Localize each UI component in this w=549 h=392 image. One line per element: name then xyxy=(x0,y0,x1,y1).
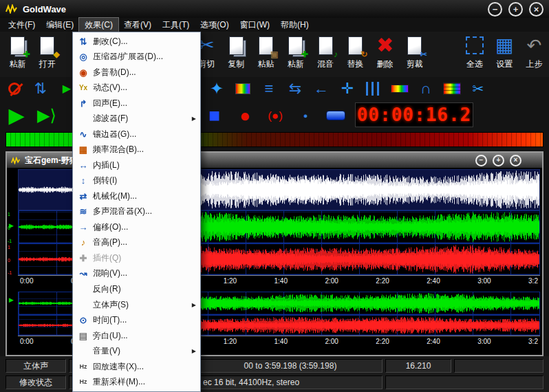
icon-badge: ♪ xyxy=(334,50,338,58)
menubar-item[interactable]: 文件(F) xyxy=(3,18,41,32)
menu-item[interactable]: ▦ 频率混合(B)... xyxy=(74,142,199,158)
toolbar-button-label: 剪裁 xyxy=(407,58,423,70)
toolbar-icon-button[interactable]: ≡ xyxy=(259,78,279,99)
titlebar[interactable]: GoldWave − + × xyxy=(0,0,549,18)
document-icon xyxy=(11,157,21,164)
menu-item[interactable]: Hz 重新采样(M)... xyxy=(74,374,199,390)
menu-item-label: 多普勒(D)... xyxy=(93,67,136,78)
maximize-button[interactable]: + xyxy=(508,2,523,17)
toolbar-button[interactable]: ✂ 剪裁 xyxy=(400,34,429,75)
toolbar-icon-button[interactable] xyxy=(442,78,462,99)
menu-item[interactable]: ⊙ 时间(T)... xyxy=(74,312,199,328)
menu-item[interactable]: 滤波器(F) ▶ xyxy=(74,111,199,127)
transport-button[interactable]: ● xyxy=(233,103,257,128)
menu-item[interactable]: ♪ 音高(P)... xyxy=(74,235,199,251)
toolbar-icon-button[interactable]: ∩ xyxy=(416,78,436,99)
menubar-item[interactable]: 工具(T) xyxy=(157,18,195,32)
close-button[interactable]: × xyxy=(529,2,543,17)
toolbar-icon-button[interactable]: ⇅ xyxy=(30,78,51,99)
menu-item[interactable]: 反向(R) xyxy=(74,281,199,297)
menubar-item[interactable]: 窗口(W) xyxy=(235,18,275,32)
toolbar-button[interactable]: ◆ 打开 xyxy=(32,34,62,75)
icon-shape xyxy=(8,83,21,95)
toolbar-button-icon: ✖ xyxy=(373,34,396,57)
menu-item-label: 动态(V)... xyxy=(93,82,127,94)
toolbar-button[interactable]: ↶ 上步 xyxy=(519,34,549,75)
menu-item[interactable]: ▤ 旁白(U)... xyxy=(74,328,199,344)
menu-item-icon: → xyxy=(77,223,89,232)
menu-item-icon: Hz xyxy=(77,379,89,385)
transport-button[interactable] xyxy=(323,103,348,128)
menubar-item[interactable]: 效果(C) xyxy=(79,18,118,32)
menu-item[interactable]: ⇄ 机械化(M)... xyxy=(74,188,199,204)
toolbar-button[interactable]: ↻ 替换 xyxy=(341,34,370,75)
menu-item[interactable]: ↱ 回声(E)... xyxy=(74,96,199,111)
menu-item[interactable]: Yx 动态(V)... xyxy=(74,80,199,96)
menu-item[interactable]: → 偏移(O)... xyxy=(74,219,199,235)
menu-item-label: 倒转(I) xyxy=(93,175,117,186)
menu-item[interactable]: ◉ 多普勒(D)... xyxy=(74,65,199,80)
time-label: 2:20 xyxy=(376,338,389,345)
menu-item[interactable]: ✚ 插件(Q) xyxy=(74,250,199,266)
menu-item-icon: ⇅ xyxy=(77,37,89,46)
toolbar-icon-button[interactable] xyxy=(233,78,253,99)
toolbar-button[interactable]: 复制 xyxy=(222,34,251,75)
toolbar-button-icon: ▣ xyxy=(255,34,278,57)
toolbar-button-icon: ↻ xyxy=(343,34,367,57)
toolbar-icon-button[interactable] xyxy=(4,78,25,99)
toolbar-icon-button[interactable] xyxy=(389,78,410,99)
time-label: 0:00 xyxy=(20,338,33,345)
menu-item-label: 频率混合(B)... xyxy=(93,144,144,155)
toolbar-button[interactable]: ▦ 设置 xyxy=(490,34,519,75)
menu-item[interactable]: ◎ 压缩器/扩展器(D)... xyxy=(74,50,199,65)
toolbar-icon-button[interactable]: ⇆ xyxy=(285,78,305,99)
menubar-item[interactable]: 选项(O) xyxy=(195,18,234,32)
toolbar-icon-button[interactable] xyxy=(363,78,384,99)
menu-item-label: 音高(P)... xyxy=(93,237,127,248)
icon-shape xyxy=(235,83,250,94)
toolbar-button[interactable]: ✚ 粘新 xyxy=(281,34,310,75)
toolbar-button[interactable]: ▣ 粘贴 xyxy=(251,34,281,75)
menu-item-label: 内插(L) xyxy=(93,160,120,171)
doc-minimize-button[interactable]: − xyxy=(475,155,487,166)
amplitude-ruler: ▶ ▶ 10-1 10-1 xyxy=(7,168,18,355)
menu-item[interactable]: ↕ 倒转(I) xyxy=(74,173,199,189)
toolbar-button[interactable]: ♪ 混音 xyxy=(310,34,340,75)
document-icon xyxy=(319,36,333,55)
toolbar-button[interactable]: ✚ 粘新 xyxy=(3,34,32,75)
time-label: 1:40 xyxy=(274,338,288,345)
doc-maximize-button[interactable]: + xyxy=(493,155,504,166)
toolbar-icon-button[interactable]: ← xyxy=(311,78,332,99)
toolbar-button[interactable]: 全选 xyxy=(460,34,489,75)
icon-glyph: ● xyxy=(239,107,250,124)
transport-button[interactable]: ▶ xyxy=(4,103,29,128)
menu-item[interactable]: ∿ 镶边器(G)... xyxy=(74,127,199,142)
toolbar-icon-button[interactable]: ✦ xyxy=(206,78,227,99)
icon-glyph: ● xyxy=(303,112,308,120)
menu-item[interactable]: Hz 回放速率(X)... xyxy=(74,359,199,375)
transport-button[interactable]: ■ xyxy=(202,103,227,128)
transport-button[interactable]: ● xyxy=(293,103,318,128)
menu-item[interactable]: 立体声(S) ▶ xyxy=(74,297,199,313)
menu-item[interactable]: ≋ 多声混音器(X)... xyxy=(74,204,199,220)
toolbar-icon-button[interactable]: ✂ xyxy=(468,78,488,99)
menu-item[interactable]: 音量(V) ▶ xyxy=(74,343,199,359)
menu-item-label: 反向(R) xyxy=(93,283,121,295)
icon-glyph: ↶ xyxy=(527,36,542,54)
menubar-item[interactable]: 查看(V) xyxy=(118,18,157,32)
transport-button[interactable]: ▶⟩ xyxy=(34,103,59,128)
minimize-button[interactable]: − xyxy=(488,2,502,17)
menu-item[interactable]: ↔ 内插(L) xyxy=(74,157,199,173)
menubar-item[interactable]: 编辑(E) xyxy=(41,18,79,32)
menu-item[interactable]: ⇅ 删改(C)... xyxy=(74,34,199,50)
time-label: 1:40 xyxy=(274,277,288,285)
status-selection: 00 to 3:59.198 (3:59.198) xyxy=(198,359,383,373)
transport-button[interactable]: (●) xyxy=(263,103,288,128)
play-marker-icon[interactable]: ▶ xyxy=(9,297,14,303)
menu-item[interactable]: ↝ 混响(V)... xyxy=(74,266,199,282)
toolbar-button[interactable]: ✖ 删除 xyxy=(370,34,400,75)
doc-close-button[interactable]: × xyxy=(510,155,521,166)
toolbar-icon-button[interactable]: ✛ xyxy=(337,78,358,99)
menubar-item[interactable]: 帮助(H) xyxy=(275,18,314,32)
window-controls: − + × xyxy=(488,2,543,17)
